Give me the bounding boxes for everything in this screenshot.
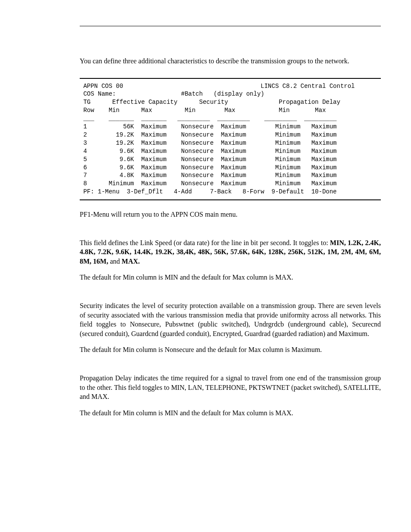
intro-paragraph: You can define three additional characte… [80,56,381,66]
propdelay-paragraph-2: The default for Min column is MIN and th… [80,408,381,418]
security-paragraph-2: The default for Min column is Nonsecure … [80,345,381,355]
top-rule [80,26,381,26]
security-paragraph-1: Security indicates the level of security… [80,301,381,338]
linkspeed-max: MAX. [121,258,140,265]
linkspeed-paragraph-1: This field defines the Link Speed (or da… [80,238,381,266]
linkspeed-text-c: and [108,258,121,265]
propdelay-paragraph-1: Propagation Delay indicates the time req… [80,373,381,401]
linkspeed-text-a: This field defines the Link Speed (or da… [80,239,330,246]
terminal-screen: APPN COS 00 LINCS C8.2 Central Control C… [80,78,381,200]
linkspeed-paragraph-2: The default for Min column is MIN and th… [80,273,381,282]
pf1-note: PF1-Menu will return you to the APPN COS… [80,210,381,219]
